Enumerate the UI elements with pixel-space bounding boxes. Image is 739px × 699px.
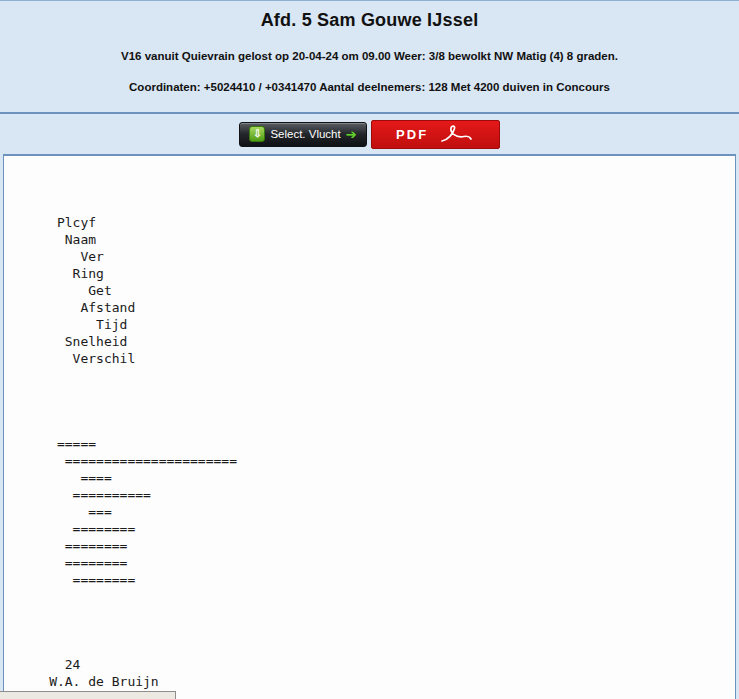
- separator: ========: [65, 554, 128, 571]
- results-page: { "header": { "title": "Afd. 5 Sam Gouwe…: [0, 0, 739, 699]
- separator: ========: [73, 520, 136, 537]
- cell-plcyf: 24: [41, 656, 80, 673]
- coordinates-line: Coordinaten: +5024410 / +0341470 Aantal …: [0, 81, 739, 93]
- download-icon: ⇩: [249, 126, 265, 142]
- col-header-ver: Ver: [80, 248, 111, 265]
- separator: ==========: [73, 486, 151, 503]
- pdf-button[interactable]: PDF: [371, 120, 500, 149]
- toolbar: ⇩ Select. Vlucht ➔ PDF: [0, 114, 739, 154]
- select-flight-button-label: Select. Vlucht: [270, 128, 340, 140]
- table-body: 24 W.A. de Bruijn 1714 3-9314686V 48 196…: [10, 639, 735, 699]
- flight-info-line: V16 vanuit Quievrain gelost op 20-04-24 …: [0, 50, 739, 62]
- green-right-arrow-icon: ➔: [346, 128, 357, 141]
- col-header-get: Get: [88, 282, 111, 299]
- col-header-ring: Ring: [73, 265, 151, 282]
- col-header-verschil: Verschil: [73, 350, 136, 367]
- page-title: Afd. 5 Sam Gouwe IJssel: [0, 1, 739, 31]
- table-header-row: Plcyf Naam Ver Ring Get Afstand Tijd Sne…: [10, 197, 735, 384]
- separator: ====: [80, 469, 111, 486]
- separator: ========: [73, 571, 136, 588]
- status-bar-fragment: [0, 691, 176, 699]
- col-header-plcyf: Plcyf: [57, 214, 96, 231]
- cell-naam: W.A. de Bruijn: [49, 673, 221, 690]
- col-header-snelheid: Snelheid: [65, 333, 128, 350]
- page-header: Afd. 5 Sam Gouwe IJssel V16 vanuit Quiev…: [0, 1, 739, 114]
- separator: ===: [88, 503, 111, 520]
- pdf-button-label: PDF: [396, 127, 428, 142]
- table-row: 24 W.A. de Bruijn 1714 3-9314686V 48 196…: [10, 639, 735, 699]
- table-separator-row: ===== ====================== ==== ======…: [10, 418, 735, 605]
- separator: ========: [65, 537, 128, 554]
- separator: ======================: [65, 452, 237, 469]
- results-panel: Plcyf Naam Ver Ring Get Afstand Tijd Sne…: [3, 154, 736, 699]
- separator: =====: [57, 435, 96, 452]
- col-header-tijd: Tijd: [65, 316, 128, 333]
- col-header-naam: Naam: [65, 231, 237, 248]
- adobe-reader-swirl-icon: [440, 124, 474, 144]
- col-header-afstand: Afstand: [73, 299, 136, 316]
- select-flight-button[interactable]: ⇩ Select. Vlucht ➔: [239, 122, 366, 147]
